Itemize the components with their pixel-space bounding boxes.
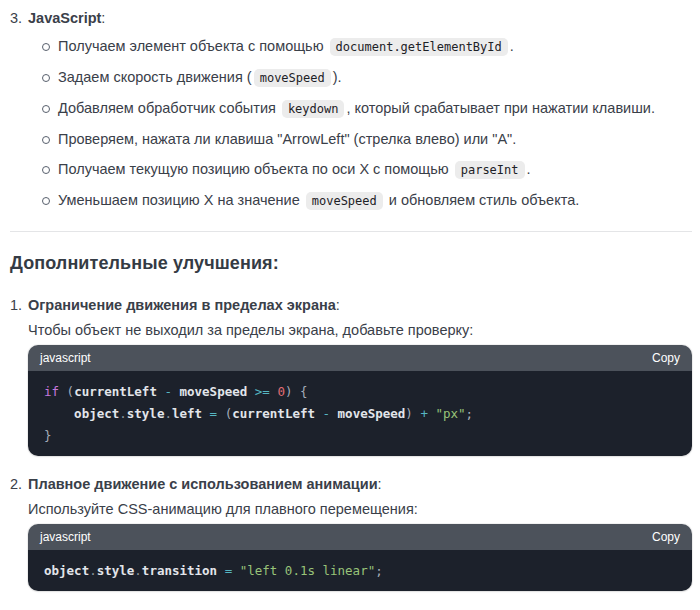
text-run: Задаем скорость движения ( — [58, 69, 252, 85]
code-token: object — [74, 406, 119, 421]
bold-text: Плавное движение с использованием анимац… — [28, 476, 378, 492]
improvement-item: 1.Ограничение движения в пределах экрана… — [10, 295, 692, 466]
list-item: Задаем скорость движения (moveSpeed). — [28, 67, 692, 88]
code-language-label: javascript — [40, 345, 91, 371]
code-block: javascriptCopyobject.style.transition = … — [28, 524, 692, 591]
inline-code: parseInt — [455, 161, 525, 179]
code-token: - — [323, 406, 331, 421]
code-header: javascriptCopy — [28, 345, 692, 371]
code-token: ) { — [285, 384, 308, 399]
bold-text: JavaScript — [28, 10, 101, 26]
code-token — [232, 563, 240, 578]
code-token: moveSpeed — [180, 384, 248, 399]
inline-code: moveSpeed — [254, 69, 331, 87]
improvement-title: Ограничение движения в пределах экрана: — [28, 295, 692, 315]
text-run: и обновляем стиль объекта. — [385, 192, 579, 208]
improvement-item: 2.Плавное движение с использованием аним… — [10, 474, 692, 601]
text-run: : — [101, 10, 105, 26]
text-run: : — [336, 297, 340, 313]
code-token: . — [134, 563, 142, 578]
inline-code: moveSpeed — [306, 192, 383, 210]
code-token — [247, 384, 255, 399]
section-divider — [10, 231, 692, 232]
improvement-title: Плавное движение с использованием анимац… — [28, 474, 692, 494]
code-token: } — [44, 428, 52, 443]
code-token: . — [164, 406, 172, 421]
code-token: ) — [405, 406, 420, 421]
list-item: Добавляем обработчик события keydown, ко… — [28, 98, 692, 119]
code-token: transition — [142, 563, 217, 578]
improvement-description: Используйте CSS-анимацию для плавного пе… — [28, 499, 692, 519]
code-token: style — [127, 406, 165, 421]
assistant-message: 3. JavaScript: Получаем элемент объекта … — [0, 0, 700, 610]
text-run: Получаем элемент объекта с помощью — [58, 38, 328, 54]
improvement-body: Плавное движение с использованием анимац… — [28, 474, 692, 601]
text-run: Используйте CSS-анимацию для плавного пе… — [28, 501, 418, 517]
improvement-description: Чтобы объект не выходил за пределы экран… — [28, 320, 692, 340]
code-token: left — [172, 406, 202, 421]
text-run: ). — [333, 69, 342, 85]
code-token — [315, 406, 323, 421]
inline-code: keydown — [282, 100, 345, 118]
code-token: ; — [466, 406, 474, 421]
javascript-steps: Получаем элемент объекта с помощью docum… — [28, 36, 692, 211]
list-number: 2. — [10, 474, 28, 494]
code-text: if (currentLeft - moveSpeed >= 0) { obje… — [44, 384, 473, 443]
code-token: ( — [59, 384, 74, 399]
code-token — [330, 406, 338, 421]
code-token: . — [89, 563, 97, 578]
text-run: , который срабатывает при нажатии клавиш… — [346, 100, 655, 116]
code-token: object — [44, 563, 89, 578]
code-token: ; — [375, 563, 383, 578]
code-token: = — [210, 406, 218, 421]
code-token: + — [420, 406, 428, 421]
code-token — [44, 406, 74, 421]
code-text: object.style.transition = "left 0.1s lin… — [44, 563, 383, 578]
code-content: object.style.transition = "left 0.1s lin… — [28, 550, 692, 591]
code-token: "left 0.1s linear" — [240, 563, 375, 578]
code-token: moveSpeed — [338, 406, 406, 421]
code-header: javascriptCopy — [28, 524, 692, 550]
improvements-list: 1.Ограничение движения в пределах экрана… — [10, 295, 692, 610]
code-token: currentLeft — [74, 384, 157, 399]
text-run: Проверяем, нажата ли клавиша "ArrowLeft"… — [58, 131, 516, 147]
inline-code: document.getElementById — [330, 38, 508, 56]
bold-text: Ограничение движения в пределах экрана — [28, 297, 336, 313]
code-token: currentLeft — [232, 406, 315, 421]
text-run: Получаем текущую позицию объекта по оси … — [58, 161, 453, 177]
code-block: javascriptCopyif (currentLeft - moveSpee… — [28, 345, 692, 456]
code-token: - — [164, 384, 172, 399]
code-content: if (currentLeft - moveSpeed >= 0) { obje… — [28, 371, 692, 456]
code-token — [172, 384, 180, 399]
code-token: style — [97, 563, 135, 578]
code-token: ( — [217, 406, 232, 421]
javascript-item-title: JavaScript: — [28, 8, 692, 28]
code-token: "px" — [435, 406, 465, 421]
code-token: . — [119, 406, 127, 421]
list-item: Уменьшаем позицию X на значение moveSpee… — [28, 190, 692, 211]
section-heading: Дополнительные улучшения: — [10, 251, 692, 275]
text-run: Чтобы объект не выходил за пределы экран… — [28, 322, 473, 338]
list-item-javascript: 3. JavaScript: Получаем элемент объекта … — [10, 8, 692, 221]
javascript-item-body: JavaScript: Получаем элемент объекта с п… — [28, 8, 692, 221]
list-number: 3. — [10, 8, 28, 28]
text-run: Уменьшаем позицию X на значение — [58, 192, 304, 208]
text-run: Добавляем обработчик события — [58, 100, 280, 116]
code-token — [202, 406, 210, 421]
code-token — [217, 563, 225, 578]
improvement-body: Ограничение движения в пределах экрана:Ч… — [28, 295, 692, 466]
text-run: . — [510, 38, 514, 54]
text-run: . — [527, 161, 531, 177]
list-item: Получаем текущую позицию объекта по оси … — [28, 159, 692, 180]
code-language-label: javascript — [40, 524, 91, 550]
code-token: 0 — [277, 384, 285, 399]
list-number: 1. — [10, 295, 28, 315]
list-item: Получаем элемент объекта с помощью docum… — [28, 36, 692, 57]
copy-button[interactable]: Copy — [652, 351, 680, 365]
code-token: >= — [255, 384, 270, 399]
code-token: if — [44, 384, 59, 399]
list-item: Проверяем, нажата ли клавиша "ArrowLeft"… — [28, 129, 692, 149]
copy-button[interactable]: Copy — [652, 530, 680, 544]
text-run: : — [378, 476, 382, 492]
